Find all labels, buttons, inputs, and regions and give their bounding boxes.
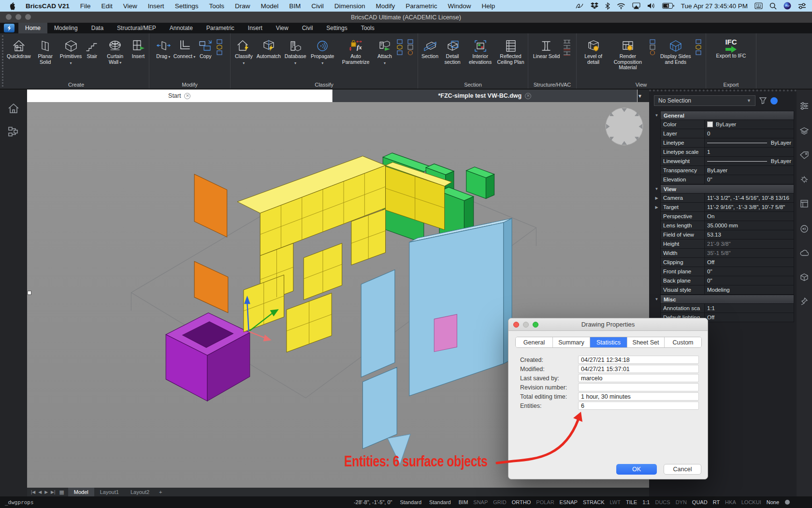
propagate-button[interactable]: Propagate bbox=[308, 38, 336, 66]
ok-button[interactable]: OK bbox=[616, 464, 657, 475]
menu-item[interactable]: Tools bbox=[203, 2, 230, 10]
detail-section-button[interactable]: Detail section bbox=[440, 38, 465, 65]
property-value[interactable]: Off bbox=[705, 313, 794, 322]
property-value[interactable]: ByLayer bbox=[705, 166, 794, 175]
dialog-field-value[interactable]: 04/27/21 15:37:01 bbox=[578, 365, 699, 373]
layout-tab[interactable]: Layout2 bbox=[125, 488, 155, 496]
wifi-icon[interactable] bbox=[617, 3, 625, 9]
property-value[interactable]: 0" bbox=[705, 276, 794, 285]
property-value[interactable]: 1:1 bbox=[705, 304, 794, 313]
copy-button[interactable]: Copy bbox=[197, 38, 214, 60]
dialog-minimize-button[interactable] bbox=[523, 322, 529, 328]
layers-icon[interactable] bbox=[800, 127, 809, 137]
insert-button[interactable]: Insert bbox=[130, 38, 147, 60]
connect-button[interactable]: Connect bbox=[172, 38, 197, 60]
reflected-ceiling-plan-button[interactable]: Reflected Ceiling Plan bbox=[495, 38, 526, 65]
property-value[interactable]: Off bbox=[705, 258, 794, 267]
property-value[interactable]: 21'-9 3/8" bbox=[705, 239, 794, 249]
status-toggle[interactable]: LWT bbox=[610, 499, 621, 505]
render-composition-material-button[interactable]: Render Composition Material bbox=[608, 38, 647, 71]
control-center-icon[interactable] bbox=[798, 3, 806, 9]
dropbox-icon[interactable] bbox=[591, 2, 598, 9]
structure-mini-buttons[interactable] bbox=[561, 38, 573, 58]
search-icon[interactable] bbox=[769, 2, 777, 10]
ribbon-tab[interactable]: Annotate bbox=[163, 23, 200, 33]
menu-item[interactable]: Modify bbox=[371, 2, 401, 10]
dialog-close-button[interactable] bbox=[513, 322, 519, 328]
ribbon-tab[interactable]: Parametric bbox=[200, 23, 241, 33]
section-header-view[interactable]: View bbox=[653, 184, 794, 194]
pin-icon[interactable] bbox=[800, 298, 809, 307]
attach-button[interactable]: Attach bbox=[375, 38, 394, 66]
status-toggle[interactable]: ESNAP bbox=[560, 499, 578, 505]
scribble-icon[interactable] bbox=[575, 2, 584, 9]
navigation-wheel-widget[interactable] bbox=[606, 108, 643, 145]
structure-browser-icon[interactable] bbox=[8, 126, 19, 139]
auto-parametrize-button[interactable]: fxAuto Parametrize bbox=[336, 38, 375, 65]
property-value[interactable]: Modeling bbox=[705, 285, 794, 295]
ribbon-tab[interactable]: Structural/MEP bbox=[110, 23, 163, 33]
layout-tab[interactable]: Model bbox=[68, 488, 94, 496]
layout-nav-arrows[interactable]: |◀◀▶▶| bbox=[27, 490, 59, 494]
ribbon-tab[interactable]: Modeling bbox=[47, 23, 85, 33]
dialog-field-value[interactable]: 04/27/21 12:34:18 bbox=[578, 356, 699, 364]
document-tab-active[interactable]: *FZC-simple test VW-BC.dwg✕ bbox=[333, 90, 638, 102]
status-toggle[interactable]: GRID bbox=[493, 499, 507, 505]
bluetooth-icon[interactable] bbox=[605, 2, 610, 10]
package-icon[interactable] bbox=[800, 273, 809, 283]
property-value[interactable]: 11'-2 9/16", -1'-3 3/8", 10'-7 5/8" bbox=[705, 203, 794, 212]
ribbon-tab[interactable]: Insert bbox=[241, 23, 269, 33]
view-mini-buttons-2[interactable] bbox=[693, 38, 704, 58]
property-value[interactable]: 0" bbox=[705, 175, 794, 184]
automatch-button[interactable]: Automatch bbox=[255, 38, 282, 60]
settings-sliders-icon[interactable] bbox=[800, 102, 809, 112]
menu-item[interactable]: View bbox=[118, 2, 143, 10]
dialog-title-bar[interactable]: Drawing Properties bbox=[508, 318, 708, 331]
menu-item[interactable]: Civil bbox=[306, 2, 329, 10]
selection-handle[interactable] bbox=[28, 291, 31, 295]
selection-dropdown[interactable]: No Selection▼ bbox=[654, 95, 755, 106]
linear-solid-button[interactable]: Linear Solid bbox=[532, 38, 561, 60]
section-button[interactable]: Section bbox=[420, 38, 440, 60]
menu-item[interactable]: Parametric bbox=[400, 2, 442, 10]
classify-button[interactable]: Classify bbox=[232, 38, 255, 66]
status-toggle[interactable]: QUAD bbox=[692, 499, 708, 505]
start-tab[interactable]: Start✕ bbox=[27, 90, 333, 102]
property-value[interactable]: 0 bbox=[705, 129, 794, 138]
ribbon-tab[interactable]: Civil bbox=[295, 23, 320, 33]
section-header-general[interactable]: General bbox=[653, 111, 794, 120]
zoom-window-button[interactable] bbox=[25, 14, 31, 20]
menu-item[interactable]: Settings bbox=[170, 2, 204, 10]
menu-item[interactable]: Insert bbox=[143, 2, 170, 10]
sound-icon[interactable] bbox=[800, 225, 809, 235]
stair-button[interactable]: Stair bbox=[83, 38, 101, 60]
annotation-monitor-icon[interactable] bbox=[785, 500, 790, 505]
modify-mini-buttons[interactable] bbox=[214, 38, 225, 58]
dialog-field-value[interactable]: 1 hour, 30 minutes bbox=[578, 392, 699, 401]
ribbon-tab[interactable]: Settings bbox=[319, 23, 354, 33]
dialog-tab[interactable]: Summary bbox=[553, 337, 590, 347]
render-light-icon[interactable] bbox=[800, 176, 809, 185]
planar-solid-button[interactable]: Planar Solid bbox=[32, 38, 58, 65]
status-toggle[interactable]: DYN bbox=[676, 499, 687, 505]
cloud-icon[interactable] bbox=[800, 249, 809, 259]
coordinates-readout[interactable]: -28'-8", -1'-5", 0" bbox=[354, 499, 392, 505]
close-window-button[interactable] bbox=[6, 14, 12, 20]
status-toggle[interactable]: STRACK bbox=[583, 499, 605, 505]
cancel-button[interactable]: Cancel bbox=[664, 464, 701, 475]
property-value[interactable]: 35'-1 5/8" bbox=[705, 249, 794, 258]
siri-icon[interactable] bbox=[783, 2, 791, 10]
property-value[interactable]: 53.13 bbox=[705, 230, 794, 239]
property-value[interactable]: 11'-3 1/2", -1'-4 5/16", 10'-8 13/16 bbox=[705, 194, 794, 203]
status-field[interactable]: BIM bbox=[459, 499, 468, 505]
menu-item[interactable]: Model bbox=[255, 2, 284, 10]
ribbon-tab[interactable]: Home bbox=[18, 23, 47, 33]
classify-mini-buttons-2[interactable] bbox=[405, 38, 416, 58]
minimize-window-button[interactable] bbox=[15, 14, 21, 20]
menu-item[interactable]: Dimension bbox=[329, 2, 371, 10]
ribbon-tab[interactable]: Data bbox=[85, 23, 110, 33]
menu-item[interactable]: BricsCAD V21 bbox=[20, 2, 75, 10]
level-of-detail-button[interactable]: Level of detail bbox=[579, 38, 608, 65]
status-field[interactable]: Standard bbox=[400, 499, 421, 505]
property-value[interactable]: ByLayer bbox=[705, 157, 794, 166]
